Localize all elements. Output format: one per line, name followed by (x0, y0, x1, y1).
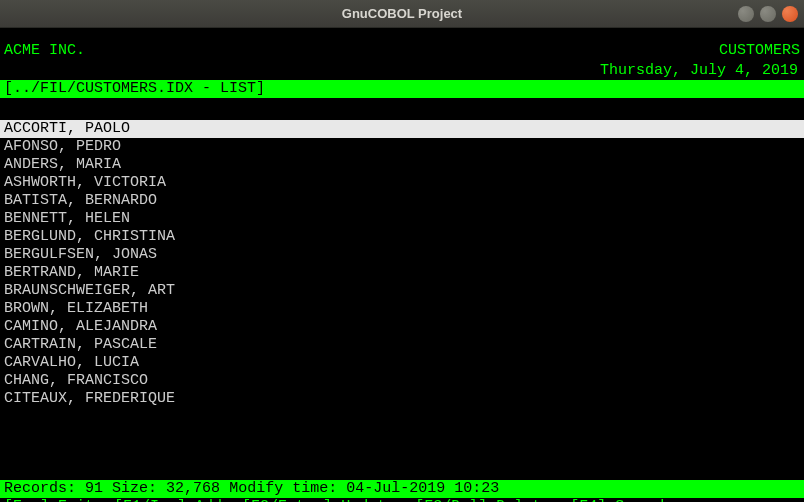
terminal-area: ACME INC. CUSTOMERS Thursday, July 4, 20… (0, 42, 804, 502)
list-item[interactable]: CHANG, FRANCISCO (0, 372, 804, 390)
window-title: GnuCOBOL Project (342, 6, 462, 21)
list-item[interactable]: BERTRAND, MARIE (0, 264, 804, 282)
status-records-value: 91 (85, 480, 103, 497)
fkey-exit[interactable]: [Esc] Exit (4, 498, 94, 502)
list-item[interactable]: CARVALHO, LUCIA (0, 354, 804, 372)
fkey-key: [F1/Ins] (114, 498, 186, 502)
fkey-search[interactable]: [F4] Search (570, 498, 669, 502)
window-controls (738, 6, 798, 22)
screen-name: CUSTOMERS (719, 42, 800, 60)
fkey-delete[interactable]: [F3/Del] Delete (415, 498, 550, 502)
fkey-key: [F3/Del] (415, 498, 487, 502)
list-item[interactable]: BENNETT, HELEN (0, 210, 804, 228)
fkey-key: [Esc] (4, 498, 49, 502)
list-item[interactable]: CAMINO, ALEJANDRA (0, 318, 804, 336)
list-item[interactable]: BRAUNSCHWEIGER, ART (0, 282, 804, 300)
status-size-value: 32,768 (166, 480, 220, 497)
fkey-key: [F2/Enter] (242, 498, 332, 502)
file-path-bar: [../FIL/CUSTOMERS.IDX - LIST] (0, 80, 804, 98)
status-modify-label: Modify time: (229, 480, 337, 497)
list-item[interactable]: AFONSO, PEDRO (0, 138, 804, 156)
header-row: ACME INC. CUSTOMERS (0, 42, 804, 60)
list-item[interactable]: BERGLUND, CHRISTINA (0, 228, 804, 246)
list-item[interactable]: ACCORTI, PAOLO (0, 120, 804, 138)
list-item[interactable]: ANDERS, MARIA (0, 156, 804, 174)
list-item[interactable]: CITEAUX, FREDERIQUE (0, 390, 804, 408)
spacer (0, 98, 804, 120)
fkey-label: Update (341, 498, 395, 502)
fkey-key: [F4] (570, 498, 606, 502)
company-name: ACME INC. (4, 42, 85, 60)
customer-list[interactable]: ACCORTI, PAOLOAFONSO, PEDROANDERS, MARIA… (0, 120, 804, 408)
list-item[interactable]: BERGULFSEN, JONAS (0, 246, 804, 264)
list-item[interactable]: CARTRAIN, PASCALE (0, 336, 804, 354)
close-icon[interactable] (782, 6, 798, 22)
fkey-label: Search (615, 498, 669, 502)
fkey-label: Delete (496, 498, 550, 502)
maximize-icon[interactable] (760, 6, 776, 22)
list-item[interactable]: BATISTA, BERNARDO (0, 192, 804, 210)
fkey-label: Add (195, 498, 222, 502)
fkey-update[interactable]: [F2/Enter] Update (242, 498, 395, 502)
status-modify-value: 04-Jul-2019 10:23 (346, 480, 499, 497)
status-size-label: Size: (112, 480, 157, 497)
status-bar: Records: 91 Size: 32,768 Modify time: 04… (0, 480, 804, 498)
status-records-label: Records: (4, 480, 76, 497)
window-titlebar: GnuCOBOL Project (0, 0, 804, 28)
function-key-bar: [Esc] Exit[F1/Ins] Add[F2/Enter] Update[… (0, 498, 804, 502)
date-display: Thursday, July 4, 2019 (0, 62, 804, 80)
list-item[interactable]: ASHWORTH, VICTORIA (0, 174, 804, 192)
minimize-icon[interactable] (738, 6, 754, 22)
list-item[interactable]: BROWN, ELIZABETH (0, 300, 804, 318)
fkey-label: Exit (58, 498, 94, 502)
fkey-add[interactable]: [F1/Ins] Add (114, 498, 222, 502)
